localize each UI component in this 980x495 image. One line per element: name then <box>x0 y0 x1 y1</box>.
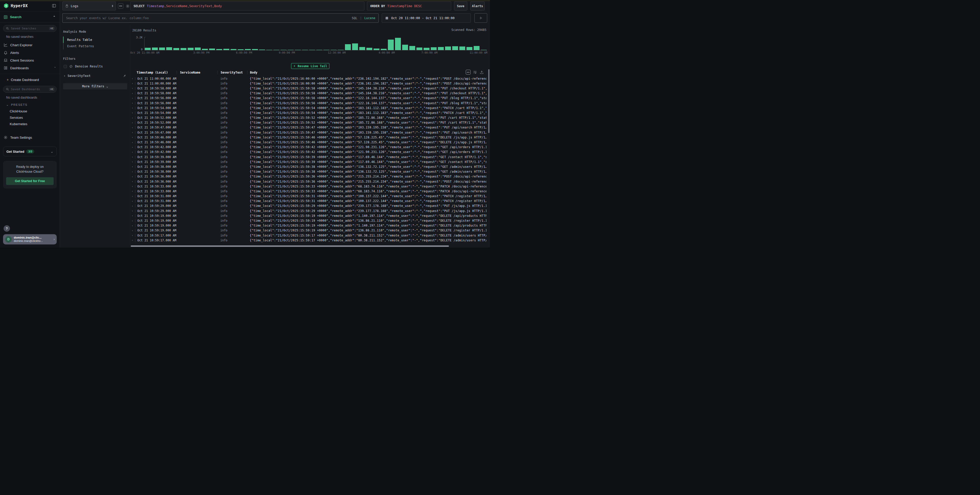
histogram-bar[interactable] <box>466 47 473 50</box>
row-expand-icon[interactable]: › <box>130 209 134 213</box>
mode-lucene-toggle[interactable]: Lucene <box>364 16 375 20</box>
row-expand-icon[interactable]: › <box>130 155 134 159</box>
histogram-bar[interactable] <box>395 38 401 50</box>
row-expand-icon[interactable]: › <box>130 160 134 164</box>
help-button[interactable]: ? <box>3 225 10 232</box>
row-expand-icon[interactable]: › <box>130 185 134 188</box>
mode-sql-toggle[interactable]: SQL <box>352 16 358 20</box>
chevron-up-icon[interactable]: ⌃ <box>54 67 56 70</box>
row-expand-icon[interactable]: › <box>130 170 134 173</box>
table-row[interactable]: ›Oct 21 10:59:19.000 AMinfo{"time_local"… <box>130 223 487 228</box>
get-started-toggle[interactable]: Get Started 3/3 ⌄ <box>3 146 57 156</box>
table-row[interactable]: ›Oct 21 10:59:46.000 AMinfo{"time_local"… <box>130 140 487 145</box>
row-expand-icon[interactable]: › <box>130 131 134 134</box>
table-row[interactable]: ›Oct 21 10:59:54.000 AMinfo{"time_local"… <box>130 105 487 110</box>
order-by-input[interactable]: ORDER BY TimestampTime DESC <box>367 2 451 11</box>
results-histogram[interactable]: 3.2K 0 Oct 20 11:00:00 AM3:00:00 PM6:00:… <box>144 37 487 50</box>
time-range-picker[interactable]: Oct 20 11:00:00 - Oct 21 11:00:00 <box>382 13 471 23</box>
chevron-up-icon[interactable]: ⌃ <box>52 13 56 21</box>
histogram-bar[interactable] <box>445 46 451 50</box>
row-expand-icon[interactable]: › <box>130 141 134 144</box>
column-header-servicename[interactable]: ServiceName <box>177 71 217 74</box>
row-expand-icon[interactable]: › <box>130 146 134 149</box>
row-expand-icon[interactable]: › <box>130 106 134 110</box>
histogram-bar[interactable] <box>459 46 465 50</box>
sidebar-item-dashboards[interactable]: Dashboards ⌃ <box>3 64 57 72</box>
histogram-bar[interactable] <box>474 46 479 50</box>
row-expand-icon[interactable]: › <box>130 234 134 237</box>
histogram-bar[interactable] <box>152 48 158 50</box>
table-row[interactable]: ›Oct 21 10:59:19.000 AMinfo{"time_local"… <box>130 228 487 233</box>
table-row[interactable]: ›Oct 21 10:59:42.000 AMinfo{"time_local"… <box>130 145 487 150</box>
wrap-lines-button[interactable] <box>473 70 477 74</box>
query-settings-button[interactable] <box>125 3 130 9</box>
column-header-timestamp[interactable]: Timestamp (Local) <box>130 71 177 74</box>
resume-live-tail-button[interactable]: Resume Live Tail <box>291 63 329 69</box>
row-expand-icon[interactable]: › <box>130 180 134 183</box>
table-row[interactable]: ›Oct 21 10:59:31.000 AMinfo{"time_local"… <box>130 199 487 204</box>
histogram-bar[interactable] <box>173 48 179 50</box>
denoise-checkbox[interactable] <box>64 65 67 68</box>
row-expand-icon[interactable]: › <box>130 82 134 85</box>
histogram-bar[interactable] <box>452 46 458 50</box>
run-query-button[interactable] <box>474 13 487 23</box>
source-select[interactable]: Logs ▲▼ <box>62 2 116 11</box>
table-row[interactable]: ›Oct 21 10:59:19.000 AMinfo{"time_local"… <box>130 213 487 218</box>
histogram-bar[interactable] <box>145 48 151 50</box>
row-expand-icon[interactable]: › <box>130 102 134 105</box>
denoise-results-option[interactable]: Denoise Results <box>64 65 127 68</box>
row-expand-icon[interactable]: › <box>130 195 134 198</box>
row-expand-icon[interactable]: › <box>130 150 134 154</box>
table-row[interactable]: ›Oct 21 10:59:52.000 AMinfo{"time_local"… <box>130 115 487 120</box>
sidebar-item-alerts[interactable]: Alerts <box>3 49 57 56</box>
table-row[interactable]: ›Oct 21 10:59:36.000 AMinfo{"time_local"… <box>130 179 487 184</box>
view-source-button[interactable]: <> <box>466 70 471 75</box>
histogram-bar[interactable] <box>409 46 415 50</box>
sql-editor-button[interactable]: <> <box>118 3 123 9</box>
more-filters-button[interactable]: More filters ⌄ <box>63 83 127 89</box>
row-expand-icon[interactable]: › <box>130 126 134 129</box>
histogram-bar[interactable] <box>345 44 351 50</box>
user-menu[interactable]: D dominic.tran@clic... dominic.tran@clic… <box>3 234 57 244</box>
sidebar-item-clickhouse[interactable]: ClickHouse <box>3 108 57 115</box>
sidebar-collapse-icon[interactable] <box>52 3 56 8</box>
presets-toggle[interactable]: ⌄ PRESETS <box>6 103 57 107</box>
vertical-scrollbar[interactable] <box>488 69 490 133</box>
row-expand-icon[interactable]: › <box>130 165 134 168</box>
table-row[interactable]: ›Oct 21 10:59:58.000 AMinfo{"time_local"… <box>130 91 487 96</box>
table-row[interactable]: ›Oct 21 10:59:38.000 AMinfo{"time_local"… <box>130 164 487 169</box>
search-input[interactable] <box>65 16 349 20</box>
histogram-bar[interactable] <box>431 47 437 50</box>
table-row[interactable]: ›Oct 21 10:59:47.000 AMinfo{"time_local"… <box>130 125 487 130</box>
alerts-button[interactable]: Alerts <box>470 2 485 11</box>
table-row[interactable]: ›Oct 21 10:59:56.000 AMinfo{"time_local"… <box>130 96 487 100</box>
histogram-bar[interactable] <box>359 47 365 50</box>
row-expand-icon[interactable]: › <box>130 175 134 178</box>
row-expand-icon[interactable]: › <box>130 229 134 232</box>
row-expand-icon[interactable]: › <box>130 116 134 119</box>
select-query-input[interactable]: SELECT Timestamp,ServiceName,SeverityTex… <box>130 2 364 11</box>
row-expand-icon[interactable]: › <box>130 87 134 90</box>
download-button[interactable] <box>479 70 484 74</box>
row-expand-icon[interactable]: › <box>130 224 134 227</box>
table-row[interactable]: ›Oct 21 10:59:42.000 AMinfo{"time_local"… <box>130 150 487 154</box>
sidebar-item-kubernetes[interactable]: Kubernetes <box>3 121 57 127</box>
table-row[interactable]: ›Oct 21 10:59:46.000 AMinfo{"time_local"… <box>130 135 487 140</box>
table-row[interactable]: ›Oct 21 10:59:33.000 AMinfo{"time_local"… <box>130 189 487 194</box>
table-row[interactable]: ›Oct 21 11:00:00.000 AMinfo{"time_local"… <box>130 76 487 81</box>
table-row[interactable]: ›Oct 21 10:59:31.000 AMinfo{"time_local"… <box>130 194 487 199</box>
table-row[interactable]: ›Oct 21 10:59:36.000 AMinfo{"time_local"… <box>130 174 487 179</box>
tab-results-table[interactable]: Results Table <box>63 37 127 43</box>
pin-icon[interactable] <box>123 74 126 78</box>
row-expand-icon[interactable]: › <box>130 239 134 242</box>
sidebar-item-chart-explorer[interactable]: Chart Explorer <box>3 41 57 49</box>
sidebar-item-team-settings[interactable]: Team Settings <box>3 134 57 141</box>
table-row[interactable]: ›Oct 21 10:59:38.000 AMinfo{"time_local"… <box>130 169 487 174</box>
histogram-bar[interactable] <box>188 48 194 50</box>
table-row[interactable]: ›Oct 21 11:00:00.000 AMinfo{"time_local"… <box>130 81 487 86</box>
row-expand-icon[interactable]: › <box>130 204 134 208</box>
create-dashboard-button[interactable]: + Create Dashboard <box>3 76 57 83</box>
table-row[interactable]: ›Oct 21 10:59:29.000 AMinfo{"time_local"… <box>130 209 487 213</box>
histogram-bar[interactable] <box>423 48 430 50</box>
filter-group-severitytext[interactable]: › SeverityText <box>64 74 127 78</box>
